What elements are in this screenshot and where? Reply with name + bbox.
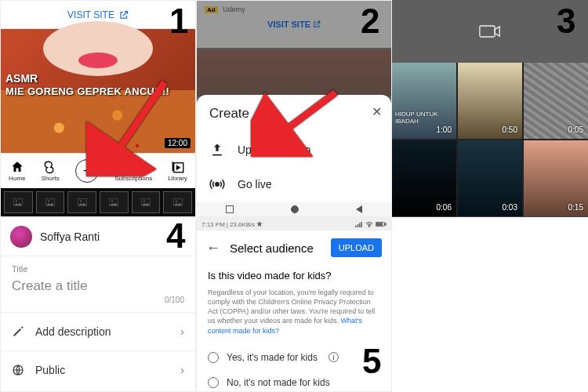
radio-icon [208, 352, 219, 363]
char-counter: 0/100 [12, 296, 184, 304]
nav-home-label: Home [9, 175, 25, 182]
thumbnail-text-2: MIE GORENG GEPREK ANCUR!! [5, 85, 169, 97]
title-label: Title [12, 264, 184, 274]
close-icon[interactable]: ✕ [372, 104, 382, 119]
svg-rect-19 [359, 223, 361, 227]
filmstrip-frame [132, 191, 161, 213]
svg-point-21 [368, 226, 370, 227]
svg-rect-17 [355, 226, 357, 227]
audience-question: Is this video made for kids? [208, 270, 380, 281]
filmstrip-frame [163, 191, 192, 213]
radio-no[interactable]: No, it's not made for kids [208, 370, 380, 392]
step-number: 1 [169, 2, 188, 41]
upload-video-row[interactable]: Upload a video [209, 132, 379, 167]
svg-point-5 [48, 201, 49, 202]
title-section[interactable]: Title Create a title 0/100 [1, 256, 195, 312]
nav-home[interactable]: Home [9, 160, 25, 182]
title-input[interactable]: Create a title [12, 278, 184, 294]
upload-button[interactable]: UPLOAD [331, 238, 382, 257]
gallery-tile[interactable]: 0:06 [392, 140, 456, 216]
duration-badge: 12:00 [165, 138, 191, 148]
info-icon[interactable]: i [328, 352, 339, 362]
bottom-nav: Home Shorts + Subscriptions Library [1, 153, 195, 188]
panel-1-home: VISIT SITE ASMR MIE GORENG GEPREK ANCUR!… [0, 0, 196, 217]
go-live-row[interactable]: Go live [209, 167, 379, 201]
radio-yes-label: Yes, it's made for kids [227, 352, 318, 363]
upload-icon [209, 142, 225, 158]
avatar[interactable] [10, 226, 32, 248]
radio-yes[interactable]: Yes, it's made for kids i [208, 345, 380, 370]
svg-rect-15 [480, 26, 495, 37]
radio-icon [208, 377, 219, 388]
create-bottom-sheet: Create ✕ Upload a video Go live [197, 95, 391, 202]
system-nav [197, 202, 391, 216]
filmstrip [1, 188, 195, 216]
filmstrip-frame [36, 191, 65, 213]
upload-label: Upload a video [238, 143, 310, 156]
tile-duration: 0:50 [503, 125, 517, 134]
camera-icon [479, 24, 501, 39]
status-time: 7:13 PM [201, 221, 225, 228]
chevron-right-icon: › [180, 325, 184, 338]
pencil-icon [12, 325, 24, 338]
battery-icon [376, 221, 387, 227]
status-bar: 7:13 PM | 23.6KB/s [197, 218, 391, 230]
gallery-tile[interactable]: HIDUP UNTUK IBADAH1:00 [392, 63, 456, 139]
tile-duration: 0:05 [568, 125, 583, 134]
svg-point-13 [176, 201, 177, 202]
status-net: 23.6KB/s [230, 221, 255, 228]
back-nav-icon[interactable] [356, 205, 362, 213]
audience-header: ← Select audience UPLOAD [197, 230, 391, 265]
nav-library[interactable]: Library [168, 160, 187, 182]
filmstrip-frame [100, 191, 129, 213]
svg-point-11 [143, 201, 145, 202]
globe-icon [12, 364, 24, 376]
wifi-icon [365, 221, 373, 227]
thumbnail-text-1: ASMR [5, 72, 38, 85]
video-gallery: HIDUP UNTUK IBADAH1:00 0:50 0:05 0:06 0:… [392, 63, 588, 216]
create-button[interactable]: + [75, 159, 99, 183]
step-number: 2 [361, 2, 379, 41]
filmstrip-frame [67, 191, 96, 213]
gallery-tile[interactable]: 0:05 [524, 63, 588, 139]
chevron-right-icon: › [180, 364, 184, 376]
filmstrip-frame [4, 191, 33, 213]
external-link-icon [119, 10, 129, 20]
svg-rect-20 [361, 222, 362, 227]
nav-subscriptions[interactable]: Subscriptions [114, 160, 152, 182]
gallery-tile[interactable]: 0:03 [458, 140, 522, 216]
step-number: 3 [557, 2, 575, 41]
svg-rect-23 [376, 223, 383, 226]
tile-duration: 0:06 [437, 203, 452, 212]
username: Soffya Ranti [40, 230, 100, 243]
radio-no-label: No, it's not made for kids [227, 377, 330, 388]
signal-icon [355, 221, 363, 227]
golive-label: Go live [238, 178, 272, 191]
nav-shorts[interactable]: Shorts [42, 160, 60, 182]
add-desc-label: Add description [35, 325, 111, 338]
tile-duration: 1:00 [437, 125, 452, 134]
visibility-row[interactable]: Public › [1, 350, 195, 389]
svg-point-7 [80, 201, 82, 202]
recents-icon[interactable] [226, 205, 234, 213]
visit-site-label: VISIT SITE [67, 9, 114, 20]
svg-rect-24 [384, 223, 386, 226]
visibility-label: Public [35, 364, 65, 376]
nav-subs-label: Subscriptions [114, 175, 152, 182]
home-nav-icon[interactable] [291, 205, 299, 213]
video-thumbnail[interactable]: ASMR MIE GORENG GEPREK ANCUR!! 12:00 [1, 29, 195, 153]
svg-point-14 [216, 183, 219, 186]
back-icon[interactable]: ← [206, 240, 220, 256]
step-number: 4 [166, 216, 185, 256]
gallery-tile[interactable]: 0:50 [458, 63, 522, 139]
nav-shorts-label: Shorts [42, 175, 60, 182]
tile-duration: 0:03 [503, 203, 517, 212]
live-icon [209, 176, 225, 192]
nav-library-label: Library [168, 175, 187, 182]
gallery-tile[interactable]: 0:15 [524, 140, 588, 216]
svg-point-3 [16, 201, 17, 202]
add-description-row[interactable]: Add description › [1, 312, 195, 350]
step-number: 5 [362, 342, 381, 381]
audience-hint: Regardless of your location, you're lega… [208, 288, 380, 336]
svg-rect-18 [358, 224, 359, 227]
